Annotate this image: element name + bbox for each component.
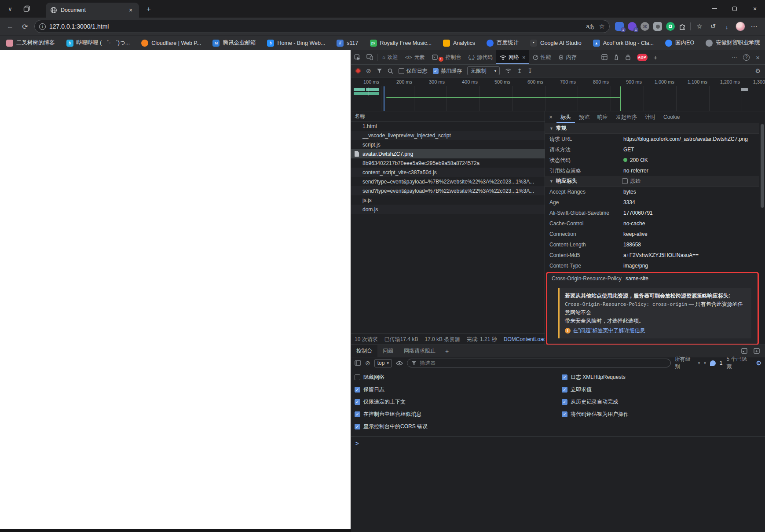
table-row[interactable]: 8b963402217b70eee5a9ec295eb9a58a8724572a	[351, 158, 545, 168]
console-filter-input[interactable]: 筛选器	[407, 359, 671, 367]
throttling-dropdown[interactable]: 无限制 ▾	[467, 66, 500, 75]
details-scrollbar[interactable]	[759, 123, 765, 345]
table-row[interactable]: dom.js	[351, 205, 545, 214]
checkbox[interactable]	[562, 387, 567, 393]
setting-eager-evaluation[interactable]: 立即求值	[562, 386, 629, 393]
devtools-more-options-icon[interactable]: ⋯	[732, 54, 737, 60]
inspect-element-icon[interactable]	[351, 50, 363, 64]
table-row[interactable]: 1.html	[351, 121, 545, 131]
checkbox[interactable]	[399, 68, 404, 74]
response-headers-section-header[interactable]: ▼ 响应标头 原始	[545, 176, 759, 187]
translate-icon[interactable]: aあ	[586, 23, 595, 30]
console-sidebar-icon[interactable]	[355, 360, 361, 366]
tab-console[interactable]: 1 控制台	[428, 50, 465, 64]
expand-drawer-icon[interactable]	[754, 348, 760, 354]
site-info-icon[interactable]: i	[39, 23, 46, 30]
table-row[interactable]: script.js	[351, 140, 545, 149]
tab-cookies[interactable]: Cookie	[659, 111, 684, 123]
setting-preserve-log[interactable]: 保留日志	[355, 386, 555, 393]
add-drawer-tab-icon[interactable]: +	[441, 348, 453, 355]
table-row[interactable]: send?type=event&payload=%7B%22website%22…	[351, 177, 545, 186]
issues-tab-link[interactable]: 在"问题"标签页中了解详细信息	[573, 327, 645, 335]
checkbox[interactable]	[355, 399, 360, 405]
raw-headers-checkbox[interactable]: 原始	[622, 177, 641, 185]
tab-search-chevron-icon[interactable]: ∨	[4, 3, 17, 15]
bookmark-item[interactable]: *Google AI Studio	[530, 40, 582, 47]
checkbox[interactable]	[355, 424, 360, 429]
tab-memory[interactable]: 内存	[555, 50, 580, 64]
import-har-icon[interactable]: ↥	[517, 67, 522, 74]
scrollbar-thumb[interactable]	[761, 124, 764, 208]
tab-network-request-blocking[interactable]: 网络请求阻止	[399, 345, 441, 357]
device-toolbar-icon[interactable]	[363, 50, 376, 64]
checkbox[interactable]	[622, 178, 628, 184]
bookmark-item[interactable]: bHome - Bing Web...	[267, 40, 325, 47]
checkbox[interactable]	[355, 387, 360, 393]
disable-cache-checkbox[interactable]: 禁用缓存	[433, 67, 462, 75]
tab-headers[interactable]: 标头	[556, 111, 575, 123]
tab-timing[interactable]: 计时	[641, 111, 659, 123]
tab-response[interactable]: 响应	[593, 111, 612, 123]
tab-sources[interactable]: {␣} 源代码	[465, 50, 496, 64]
extension-icon-2[interactable]: 1	[628, 22, 637, 31]
eye-icon[interactable]	[396, 361, 403, 366]
more-tools-add-icon[interactable]: +	[654, 54, 658, 61]
adblock-plus-icon[interactable]: ABP	[637, 54, 648, 61]
reload-icon[interactable]: ⟳	[19, 22, 31, 31]
export-har-icon[interactable]: ↧	[527, 67, 533, 74]
extensions-puzzle-icon[interactable]	[679, 23, 686, 30]
clear-network-log-icon[interactable]: ⊘	[366, 67, 371, 74]
tab-console-drawer[interactable]: 控制台	[351, 345, 377, 357]
security-lock-icon[interactable]	[625, 54, 631, 60]
bookmark-item[interactable]: Analytics	[443, 40, 475, 47]
table-row[interactable]: js.js	[351, 195, 545, 205]
checkbox[interactable]	[355, 374, 360, 380]
checkbox[interactable]	[562, 374, 567, 380]
tab-close-icon[interactable]: ×	[127, 6, 135, 14]
devtools-help-icon[interactable]: ?	[743, 54, 750, 61]
table-row[interactable]: avatar.DwtshZC7.png	[351, 149, 545, 158]
preserve-log-checkbox[interactable]: 保留日志	[399, 67, 428, 75]
more-menu-icon[interactable]: ⋯	[749, 22, 759, 30]
close-button[interactable]: ×	[745, 0, 765, 18]
extension-icon-3[interactable]: ⌘	[641, 22, 649, 31]
maximize-button[interactable]	[725, 0, 745, 18]
name-column-header[interactable]: 名称	[351, 111, 545, 121]
log-levels-dropdown[interactable]: 所有级别 ▾	[675, 356, 700, 371]
workspaces-icon[interactable]	[20, 3, 33, 15]
context-selector[interactable]: top ▾	[374, 359, 392, 367]
application-icon[interactable]	[601, 54, 608, 60]
favorites-bar-icon[interactable]: ☆	[695, 22, 704, 30]
url-text[interactable]: 127.0.0.1:3000/1.html	[49, 23, 583, 30]
history-icon[interactable]: ↺	[708, 22, 718, 30]
general-section-header[interactable]: ▼ 常规	[545, 123, 759, 134]
network-settings-gear-icon[interactable]: ⚙	[755, 67, 761, 74]
setting-autocomplete-history[interactable]: 从历史记录自动完成	[562, 398, 629, 406]
bookmark-item[interactable]: 安徽财贸职业学院	[706, 39, 760, 47]
setting-show-cors-errors[interactable]: 显示控制台中的CORS 错误	[355, 423, 555, 430]
bookmark-item[interactable]: 国内EO	[665, 39, 694, 47]
bookmark-item[interactable]: M腾讯企业邮箱	[212, 39, 256, 47]
checkbox[interactable]	[433, 68, 439, 74]
browser-tab-active[interactable]: Document ×	[46, 3, 139, 18]
tab-issues[interactable]: 问题	[377, 345, 399, 357]
close-details-icon[interactable]: ×	[545, 114, 556, 121]
setting-selected-context-only[interactable]: 仅限选定的上下文	[355, 398, 555, 406]
bookmark-item[interactable]: 百度统计	[487, 39, 519, 47]
hidden-messages-count[interactable]: 5 个已隐藏	[726, 356, 752, 371]
table-row[interactable]: content_script_vite-c387a50d.js	[351, 168, 545, 177]
tab-performance[interactable]: 性能	[529, 50, 555, 64]
new-tab-button[interactable]: +	[143, 3, 155, 15]
network-conditions-icon[interactable]	[505, 68, 512, 73]
tab-preview[interactable]: 预览	[575, 111, 593, 123]
favorite-star-icon[interactable]: ☆	[599, 22, 605, 30]
messages-bubble-icon[interactable]	[710, 360, 716, 366]
bookmark-item[interactable]: ▲AcoFork Blog - Cla...	[593, 40, 654, 47]
network-tab-close-icon[interactable]: ×	[522, 54, 526, 61]
filter-dropdown-icon[interactable]: ▾	[704, 361, 706, 365]
camera-extension-icon[interactable]	[653, 22, 662, 31]
checkbox[interactable]	[562, 399, 567, 405]
console-settings-gear-icon[interactable]: ⚙	[756, 360, 761, 367]
console-prompt-chevron[interactable]: >	[351, 437, 765, 450]
bookmark-item[interactable]: Cloudflare | Web P...	[141, 40, 201, 47]
